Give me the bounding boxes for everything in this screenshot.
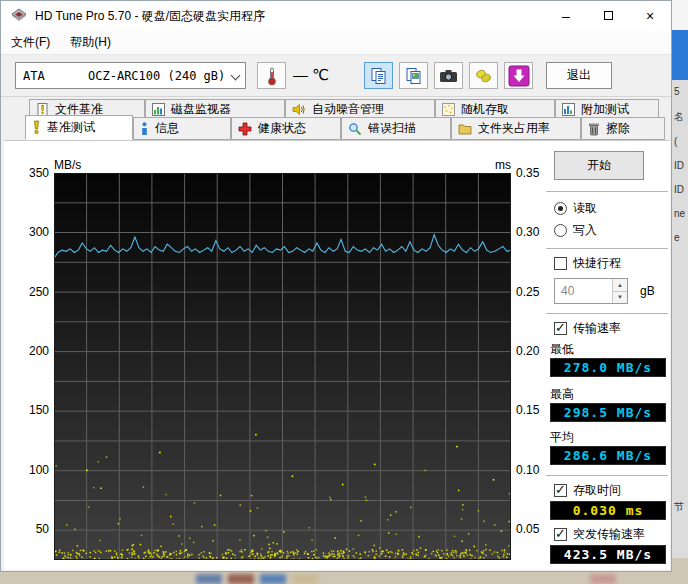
axis-tick-label: 300 <box>17 225 49 239</box>
tab-label: 自动噪音管理 <box>312 101 384 118</box>
copy-text-icon <box>370 67 388 85</box>
tab-error-scan[interactable]: 错误扫描 <box>341 117 451 140</box>
write-radio[interactable] <box>554 224 567 237</box>
tab-label: 错误扫描 <box>368 120 416 137</box>
left-axis-unit: MB/s <box>54 158 81 172</box>
hdtune-window: HD Tune Pro 5.70 - 硬盘/固态硬盘实用程序 – × 文件(F)… <box>0 0 672 572</box>
separator <box>546 248 668 249</box>
file-benchmark-icon <box>36 103 49 116</box>
background-text: ID <box>674 184 684 195</box>
app-icon <box>11 8 27 24</box>
read-label: 读取 <box>573 200 597 217</box>
axis-tick-label: 350 <box>17 166 49 180</box>
benchmark-icon <box>32 120 41 135</box>
download-arrow-icon <box>508 65 530 87</box>
axis-tick-label: 0.15 <box>516 403 550 417</box>
axis-tick-label: 100 <box>17 463 49 477</box>
tab-folder-usage[interactable]: 文件夹占用率 <box>451 117 581 140</box>
spinner-up-button[interactable]: ▲ <box>613 279 627 292</box>
axis-tick-label: 0.20 <box>516 344 550 358</box>
tab-label: 随机存取 <box>461 101 509 118</box>
write-option[interactable]: 写入 <box>554 222 597 239</box>
tab-label: 基准测试 <box>47 119 95 136</box>
read-radio[interactable] <box>554 202 567 215</box>
speaker-icon <box>292 103 306 116</box>
background-window: 5 名 ( ID ID ne e 节 <box>672 0 688 584</box>
titlebar: HD Tune Pro 5.70 - 硬盘/固态硬盘实用程序 – × <box>1 1 671 31</box>
avg-label: 平均 <box>550 429 574 446</box>
copy-text-button[interactable] <box>364 62 393 89</box>
toolbar: ATA OCZ-ARC100 (240 gB) — ℃ <box>1 55 671 97</box>
max-speed-display: 298.5 MB/s <box>550 403 666 422</box>
window-title: HD Tune Pro 5.70 - 硬盘/固态硬盘实用程序 <box>35 8 265 25</box>
access-time-checkbox[interactable] <box>554 484 567 497</box>
background-text: 名 <box>674 110 684 124</box>
write-label: 写入 <box>573 222 597 239</box>
separator <box>546 313 668 314</box>
right-axis-ticks: 0.350.300.250.200.150.100.05 <box>516 173 550 560</box>
tab-random-access[interactable]: 随机存取 <box>435 99 555 118</box>
axis-tick-label: 0.30 <box>516 225 550 239</box>
burst-rate-checkbox[interactable] <box>554 528 567 541</box>
tab-label: 擦除 <box>606 120 630 137</box>
extra-tests-icon <box>562 103 575 116</box>
burst-rate-option[interactable]: 突发传输速率 <box>554 526 645 543</box>
access-time-option[interactable]: 存取时间 <box>554 482 621 499</box>
thermometer-icon <box>266 66 278 86</box>
tab-aam[interactable]: 自动噪音管理 <box>285 99 435 118</box>
tab-benchmark[interactable]: 基准测试 <box>25 115 133 140</box>
screenshot-button[interactable] <box>434 62 463 89</box>
spinner-down-button[interactable]: ▼ <box>613 292 627 304</box>
shortstroke-checkbox[interactable] <box>554 257 567 270</box>
tab-label: 磁盘监视器 <box>171 101 231 118</box>
save-results-button[interactable] <box>504 62 533 89</box>
separator <box>546 475 668 476</box>
drive-select-value: ATA OCZ-ARC100 (240 gB) <box>23 69 225 83</box>
desktop-background <box>0 572 688 584</box>
trash-icon <box>588 122 600 136</box>
axis-tick-label: 0.25 <box>516 285 550 299</box>
shortstroke-option[interactable]: 快捷行程 <box>554 255 621 272</box>
shortstroke-size-spinner[interactable]: 40 ▲ ▼ <box>554 278 628 304</box>
plot-canvas <box>54 173 511 560</box>
axis-tick-label: 0.10 <box>516 463 550 477</box>
min-label: 最低 <box>550 341 574 358</box>
desktop: 5 名 ( ID ID ne e 节 HD Tune Pro 5.70 - 硬盘… <box>0 0 688 584</box>
read-option[interactable]: 读取 <box>554 200 597 217</box>
hands-icon <box>475 68 493 84</box>
maximize-button[interactable] <box>587 1 629 30</box>
disk-monitor-icon <box>152 103 165 116</box>
tab-erase[interactable]: 擦除 <box>581 117 665 140</box>
background-text: e <box>674 232 680 243</box>
donate-button[interactable] <box>469 62 498 89</box>
tab-health[interactable]: 健康状态 <box>231 117 341 140</box>
minimize-button[interactable]: – <box>545 1 587 30</box>
min-speed-display: 278.0 MB/s <box>550 358 666 377</box>
tab-extra-tests[interactable]: 附加测试 <box>555 99 659 118</box>
temperature-button[interactable] <box>257 62 286 89</box>
copy-image-icon <box>405 67 423 85</box>
start-button[interactable]: 开始 <box>554 151 644 180</box>
axis-tick-label: 150 <box>17 403 49 417</box>
close-button[interactable]: × <box>629 1 671 30</box>
menu-file[interactable]: 文件(F) <box>1 31 60 54</box>
tab-disk-monitor[interactable]: 磁盘监视器 <box>145 99 285 118</box>
copy-image-button[interactable] <box>399 62 428 89</box>
max-label: 最高 <box>550 386 574 403</box>
camera-icon <box>439 69 458 83</box>
axis-tick-label: 250 <box>17 285 49 299</box>
axis-tick-label: 0.05 <box>516 522 550 536</box>
tab-info[interactable]: 信息 <box>133 117 231 140</box>
tab-label: 文件夹占用率 <box>478 120 550 137</box>
menu-help[interactable]: 帮助(H) <box>60 31 121 54</box>
transfer-rate-checkbox[interactable] <box>554 322 567 335</box>
drive-select-dropdown[interactable]: ATA OCZ-ARC100 (240 gB) <box>15 62 246 89</box>
info-icon <box>140 122 149 136</box>
transfer-rate-option[interactable]: 传输速率 <box>554 320 621 337</box>
axis-tick-label: 50 <box>17 522 49 536</box>
exit-button[interactable]: 退出 <box>546 62 612 89</box>
avg-speed-display: 286.6 MB/s <box>550 446 666 465</box>
background-text: ID <box>674 160 684 171</box>
background-window-titlebar <box>672 30 688 80</box>
tab-strip: 文件基准 磁盘监视器 <box>1 97 671 140</box>
